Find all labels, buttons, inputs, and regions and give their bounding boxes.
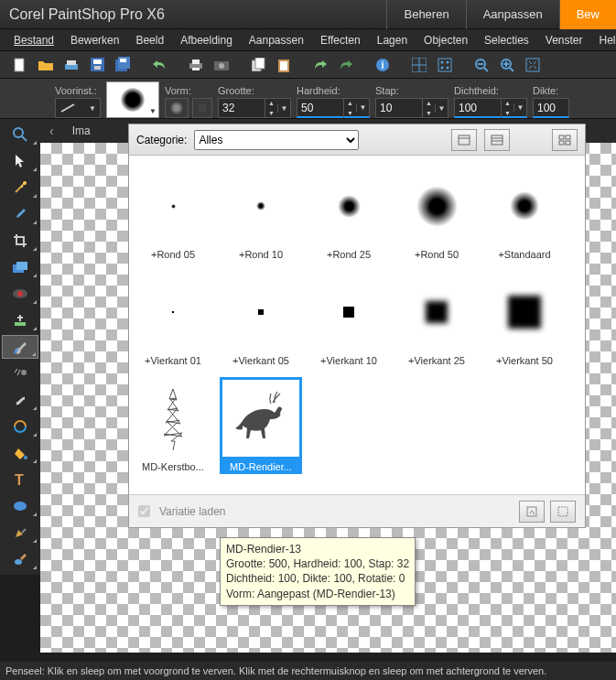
tooltip-line-2: Grootte: 500, Hardheid: 100, Stap: 32 bbox=[226, 556, 409, 571]
shape-tool-icon[interactable] bbox=[2, 494, 38, 518]
category-select[interactable]: Alles bbox=[194, 130, 359, 150]
back-icon[interactable]: ‹ bbox=[49, 124, 54, 138]
airbrush-tool-icon[interactable] bbox=[2, 362, 38, 385]
size-input[interactable]: 32▲▼▼ bbox=[218, 98, 291, 118]
camera-icon[interactable] bbox=[211, 54, 232, 76]
brush-item-rond-50[interactable]: +Rond 50 bbox=[393, 165, 481, 262]
import-brush-icon[interactable] bbox=[519, 501, 545, 523]
svg-point-41 bbox=[21, 186, 23, 188]
view-large-icon[interactable] bbox=[451, 129, 477, 151]
brush-tooltip: MD-Rendier-13 Grootte: 500, Hardheid: 10… bbox=[220, 537, 416, 606]
menu-edit[interactable]: Bewerken bbox=[62, 31, 127, 49]
document-tab-name[interactable]: Ima bbox=[72, 124, 91, 137]
menu-effects[interactable]: Effecten bbox=[312, 31, 369, 49]
svg-rect-5 bbox=[94, 66, 101, 70]
hardness-input[interactable]: 50▲▼▼ bbox=[297, 98, 370, 118]
title-bar: Corel PaintShop Pro X6 Beheren Aanpassen… bbox=[0, 0, 616, 29]
pen-tool-icon[interactable] bbox=[2, 521, 38, 545]
zoom-in-icon[interactable] bbox=[496, 54, 518, 76]
header-tab-edit[interactable]: Bew bbox=[559, 0, 616, 29]
wand-tool-icon[interactable] bbox=[2, 176, 38, 200]
hardness-label: Hardheid: bbox=[297, 85, 370, 96]
zoom-tool-icon[interactable] bbox=[2, 123, 38, 146]
eyedropper-tool-icon[interactable] bbox=[2, 202, 38, 226]
open-icon[interactable] bbox=[35, 54, 57, 76]
scan-icon[interactable] bbox=[60, 54, 82, 76]
shape-circle[interactable] bbox=[165, 98, 189, 118]
crop-tool-icon[interactable] bbox=[2, 229, 38, 253]
create-brush-icon[interactable] bbox=[550, 501, 576, 523]
options-bar: Voorinst.: ▼ ▼ Vorm: Grootte: 32▲▼▼ Hard… bbox=[0, 79, 616, 119]
svg-point-56 bbox=[15, 559, 22, 565]
smudge-tool-icon[interactable] bbox=[2, 388, 38, 412]
brush-tool-icon[interactable] bbox=[2, 335, 38, 359]
view-list-icon[interactable] bbox=[484, 129, 510, 151]
brush-item-rond-25[interactable]: +Rond 25 bbox=[305, 165, 393, 262]
svg-rect-17 bbox=[280, 61, 287, 70]
save-icon[interactable] bbox=[86, 54, 108, 76]
brush-item-vierkant-05[interactable]: +Vierkant 05 bbox=[217, 271, 305, 368]
menu-file[interactable]: Bestand bbox=[5, 31, 62, 49]
brush-item-vierkant-50[interactable]: +Vierkant 50 bbox=[481, 271, 568, 368]
print-icon[interactable] bbox=[185, 54, 207, 76]
view-grid-icon[interactable] bbox=[552, 129, 578, 151]
brush-tip-preview[interactable]: ▼ bbox=[106, 81, 159, 118]
fill-tool-icon[interactable] bbox=[2, 441, 38, 465]
variation-label: Variatie laden bbox=[159, 505, 226, 518]
header-tab-adjust[interactable]: Aanpassen bbox=[466, 0, 559, 29]
clone-tool-icon[interactable] bbox=[2, 308, 38, 332]
variation-checkbox[interactable] bbox=[138, 505, 150, 517]
brush-item-rond-10[interactable]: +Rond 10 bbox=[217, 165, 305, 262]
layers-tool-icon[interactable] bbox=[2, 255, 38, 279]
tooltip-title: MD-Rendier-13 bbox=[226, 542, 409, 556]
thickness-input[interactable]: 100 bbox=[533, 98, 569, 118]
brush-item-vierkant-01[interactable]: +Vierkant 01 bbox=[129, 271, 217, 368]
svg-line-39 bbox=[16, 184, 24, 192]
shape-square[interactable] bbox=[192, 98, 212, 118]
svg-rect-64 bbox=[566, 135, 570, 139]
text-tool-icon[interactable]: T bbox=[2, 468, 38, 491]
zoom-out-icon[interactable] bbox=[470, 54, 492, 76]
menu-image[interactable]: Beeld bbox=[127, 31, 172, 49]
paste-icon[interactable] bbox=[273, 54, 295, 76]
shape-label: Vorm: bbox=[165, 85, 212, 96]
menu-window[interactable]: Venster bbox=[537, 31, 591, 49]
brush-item-vierkant-25[interactable]: +Vierkant 25 bbox=[393, 271, 481, 368]
help-icon[interactable]: i bbox=[372, 54, 394, 76]
svg-rect-63 bbox=[559, 135, 564, 139]
brush-item-rendier[interactable]: MD-Rendier... bbox=[217, 377, 305, 474]
svg-line-38 bbox=[22, 136, 27, 141]
svg-point-24 bbox=[441, 60, 444, 63]
brush-item-vierkant-10[interactable]: +Vierkant 10 bbox=[305, 271, 393, 368]
oil-brush-tool-icon[interactable] bbox=[2, 547, 38, 571]
menu-help[interactable]: Help bbox=[591, 31, 616, 49]
header-tab-manage[interactable]: Beheren bbox=[386, 0, 465, 29]
pointer-tool-icon[interactable] bbox=[2, 149, 38, 173]
fit-icon[interactable] bbox=[522, 54, 544, 76]
menu-selections[interactable]: Selecties bbox=[476, 31, 537, 49]
svg-rect-15 bbox=[255, 58, 265, 69]
brush-item-standaard[interactable]: +Standaard bbox=[481, 165, 568, 262]
menu-picture[interactable]: Afbeelding bbox=[172, 31, 241, 49]
density-input[interactable]: 100▲▼▼ bbox=[454, 98, 527, 118]
preset-dropdown[interactable]: ▼ bbox=[55, 98, 101, 118]
menu-objects[interactable]: Objecten bbox=[416, 31, 476, 49]
copy-icon[interactable] bbox=[247, 54, 269, 76]
redeye-tool-icon[interactable] bbox=[2, 282, 38, 306]
svg-point-54 bbox=[14, 502, 27, 511]
brush-item-kerstboom[interactable]: MD-Kerstbo... bbox=[129, 377, 217, 474]
svg-point-51 bbox=[21, 370, 27, 375]
swap-color-tool-icon[interactable] bbox=[2, 415, 38, 438]
menu-adjust[interactable]: Aanpassen bbox=[241, 31, 312, 49]
menu-layers[interactable]: Lagen bbox=[369, 31, 416, 49]
redo-icon[interactable] bbox=[309, 54, 331, 76]
ruler-icon[interactable] bbox=[434, 54, 456, 76]
step-input[interactable]: 10▲▼▼ bbox=[375, 98, 448, 118]
repeat-icon[interactable] bbox=[335, 54, 357, 76]
new-icon[interactable] bbox=[9, 54, 31, 76]
thickness-label: Dikte: bbox=[533, 85, 569, 96]
undo-icon[interactable] bbox=[148, 54, 170, 76]
brush-item-rond-05[interactable]: +Rond 05 bbox=[129, 165, 217, 262]
grid-icon[interactable] bbox=[408, 54, 430, 76]
save-all-icon[interactable] bbox=[112, 54, 134, 76]
